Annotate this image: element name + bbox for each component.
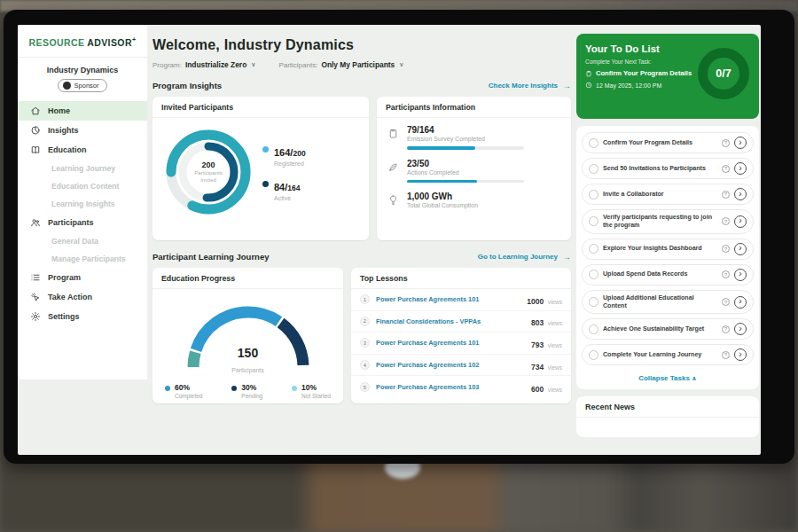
lesson-title-link[interactable]: Power Purchase Agreements 101 <box>376 295 520 303</box>
sponsor-badge: Sponsor <box>58 79 108 92</box>
help-icon[interactable]: ? <box>722 270 730 278</box>
sidebar-item-general-data[interactable]: General Data <box>18 232 147 250</box>
card-title: Participants Information <box>377 97 571 118</box>
help-icon[interactable]: ? <box>722 325 730 333</box>
info-value: 23/50 <box>407 159 524 168</box>
lesson-title-link[interactable]: Power Purchase Agreements 102 <box>376 361 525 369</box>
info-value: 1,000 GWh <box>407 192 478 201</box>
sidebar-item-settings[interactable]: Settings <box>18 307 147 326</box>
chevron-right-button[interactable]: › <box>734 215 747 228</box>
todo-task-upload-additional-educational-content[interactable]: Upload Additional Educational Content ? … <box>582 290 754 315</box>
app-logo: RESOURCE ADVISOR+ <box>18 25 147 58</box>
todo-progress-value: 0/7 <box>716 67 731 80</box>
sponsor-badge-label: Sponsor <box>74 82 99 90</box>
education-gauge-chart: 150 Participants <box>177 296 319 376</box>
lesson-title-link[interactable]: Financial Considerations - VPPAs <box>376 317 525 325</box>
sidebar-item-label: Settings <box>48 312 80 321</box>
participants-filter-dropdown[interactable]: Participants: Only My Participants ∨ <box>278 60 403 69</box>
sidebar-item-label: Home <box>48 106 70 115</box>
task-label: Upload Spend Data Records <box>603 270 717 278</box>
task-checkbox[interactable] <box>589 190 598 200</box>
sidebar-item-education[interactable]: Education <box>18 140 147 160</box>
sidebar-item-label: Program <box>48 273 81 282</box>
sponsor-icon <box>63 82 71 90</box>
help-icon[interactable]: ? <box>722 191 730 199</box>
help-icon[interactable]: ? <box>722 165 730 173</box>
chevron-up-icon: ∧ <box>692 375 697 381</box>
todo-task-verify-participants-requesting-to-join-the-program[interactable]: Verify participants requesting to join t… <box>582 209 754 234</box>
chevron-right-button[interactable]: › <box>734 348 747 361</box>
sidebar-item-label: Education Content <box>51 182 119 191</box>
legend-not-started: 10% Not Started <box>292 383 331 399</box>
help-icon[interactable]: ? <box>722 351 730 359</box>
clipboard-icon <box>585 70 592 77</box>
gauge-center-label: 150 Participants <box>177 346 319 376</box>
page-title: Welcome, Industry Dynamics <box>153 37 575 53</box>
lesson-row: 4 Power Purchase Agreements 102 734 view… <box>351 355 571 377</box>
main-content: Welcome, Industry Dynamics Program: Indu… <box>147 25 575 403</box>
sidebar-item-manage-participants[interactable]: Manage Participants <box>18 250 147 268</box>
info-value: 79/164 <box>407 125 524 135</box>
task-label: Achieve One Sustainability Target <box>603 325 717 333</box>
lesson-title-link[interactable]: Power Purchase Agreements 103 <box>376 383 525 391</box>
legend-active: 84/164 Active <box>262 178 306 201</box>
lesson-title-link[interactable]: Power Purchase Agreements 101 <box>376 339 525 347</box>
chevron-right-button[interactable]: › <box>734 323 747 335</box>
sidebar-item-home[interactable]: Home <box>18 101 147 121</box>
legend-registered: 164/200 Registered <box>262 144 306 167</box>
help-icon[interactable]: ? <box>722 217 730 225</box>
chevron-right-button[interactable]: › <box>734 188 747 200</box>
chevron-right-button[interactable]: › <box>734 243 747 255</box>
program-filter-dropdown[interactable]: Program: Industrialize Zero ∨ <box>153 60 255 69</box>
section-title-learning-journey: Participant Learning Journey <box>153 252 269 262</box>
insights-cards-row: Invited Participants 200 <box>153 97 575 240</box>
sidebar-item-participants[interactable]: Participants <box>18 213 147 232</box>
check-more-insights-link[interactable]: Check More Insights → <box>489 81 571 90</box>
sidebar-item-learning-insights[interactable]: Learning Insights <box>18 195 147 213</box>
sidebar-item-label: Insights <box>48 126 79 135</box>
sidebar-item-learning-journey[interactable]: Learning Journey <box>18 160 147 177</box>
task-checkbox[interactable] <box>589 325 598 334</box>
sidebar-nav: HomeInsightsEducationLearning JourneyEdu… <box>18 101 147 326</box>
sidebar-item-insights[interactable]: Insights <box>18 121 147 140</box>
chevron-right-button[interactable]: › <box>734 162 747 175</box>
task-checkbox[interactable] <box>589 350 598 360</box>
chevron-right-button[interactable]: › <box>734 296 747 309</box>
task-checkbox[interactable] <box>589 216 598 226</box>
task-checkbox[interactable] <box>589 297 598 307</box>
todo-task-invite-a-collaborator[interactable]: Invite a Collaborator ? › <box>582 184 754 205</box>
help-icon[interactable]: ? <box>722 245 730 253</box>
todo-task-send-50-invitations-to-participants[interactable]: Send 50 Invitations to Participants ? › <box>582 158 754 179</box>
task-label: Verify participants requesting to join t… <box>603 214 717 230</box>
task-checkbox[interactable] <box>589 244 598 254</box>
task-label: Send 50 Invitations to Participants <box>603 165 717 173</box>
sidebar-item-program[interactable]: Program <box>18 268 147 287</box>
chevron-right-button[interactable]: › <box>734 137 747 149</box>
legend-dot <box>262 146 269 153</box>
lesson-row: 5 Power Purchase Agreements 103 600 view… <box>351 376 571 398</box>
chevron-right-button[interactable]: › <box>734 269 747 281</box>
todo-task-upload-spend-data-records[interactable]: Upload Spend Data Records ? › <box>582 264 754 286</box>
task-checkbox[interactable] <box>589 270 598 279</box>
recent-news-card: Recent News <box>576 396 759 437</box>
task-label: Upload Additional Educational Content <box>603 294 717 310</box>
progress-bar-fill <box>407 180 477 184</box>
collapse-tasks-link[interactable]: Collapse Tasks ∧ <box>582 370 754 386</box>
todo-task-explore-your-insights-dashboard[interactable]: Explore Your Insights Dashboard ? › <box>582 239 754 260</box>
chevron-down-icon: ∨ <box>399 61 403 68</box>
sidebar-item-education-content[interactable]: Education Content <box>18 177 147 195</box>
donut-legend: 164/200 Registered 84/164 Active <box>262 144 306 201</box>
todo-task-achieve-one-sustainability-target[interactable]: Achieve One Sustainability Target ? › <box>582 318 754 340</box>
todo-task-complete-your-learning-journey[interactable]: Complete Your Learning Journey ? › <box>582 344 754 365</box>
monitor-bezel: RESOURCE ADVISOR+ Industry Dynamics Spon… <box>4 10 794 464</box>
lesson-rank: 3 <box>360 338 370 348</box>
sidebar-item-take-action[interactable]: Take Action <box>18 287 147 307</box>
sidebar: RESOURCE ADVISOR+ Industry Dynamics Spon… <box>18 25 147 379</box>
todo-task-confirm-your-program-details[interactable]: Confirm Your Program Details ? › <box>582 132 754 153</box>
go-to-learning-journey-link[interactable]: Go to Learning Journey → <box>478 252 571 262</box>
task-checkbox[interactable] <box>589 164 598 174</box>
sidebar-item-label: Participants <box>48 218 94 227</box>
help-icon[interactable]: ? <box>722 139 730 147</box>
help-icon[interactable]: ? <box>722 298 730 306</box>
task-checkbox[interactable] <box>589 138 598 148</box>
